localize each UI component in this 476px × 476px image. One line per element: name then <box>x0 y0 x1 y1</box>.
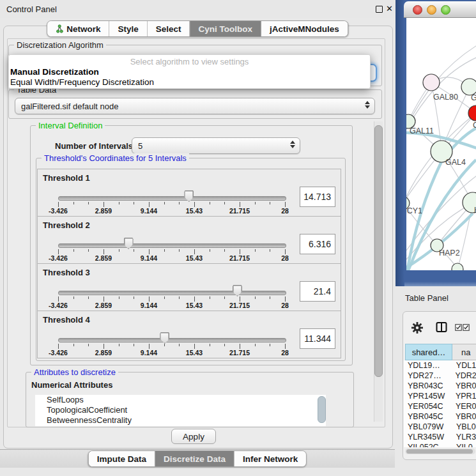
slider-track[interactable] <box>58 196 286 201</box>
tab-jactivemnodules[interactable]: jActiveMNodules <box>261 21 348 36</box>
list-item-topologicalcoefficient[interactable]: TopologicalCoefficient <box>35 405 326 415</box>
settings-scrollbar-thumb[interactable] <box>374 125 383 377</box>
tab-cyni-toolbox[interactable]: Cyni Toolbox <box>190 21 262 36</box>
cell-name: YBR0 <box>450 411 476 422</box>
table-row[interactable]: YBL079WYBL0 <box>404 422 476 432</box>
slider-track[interactable] <box>58 291 286 295</box>
apply-button[interactable]: Apply <box>171 429 216 444</box>
table-hscrollbar-thumb[interactable] <box>406 449 473 454</box>
threshold-row: Threshold 2-3.4262.8599.14415.4321.71528… <box>37 216 341 264</box>
network-canvas[interactable]: GAL80GACGAL11GAL4GCY1HHAP2 <box>406 18 476 270</box>
tick-mark <box>179 344 180 346</box>
table-row[interactable]: YDL19…YDL1 <box>404 360 476 371</box>
tick-mark <box>255 296 256 299</box>
table-row[interactable]: YBR045CYBR0 <box>404 411 476 422</box>
node-unlabeled[interactable] <box>452 263 463 270</box>
tab-label: Cyni Toolbox <box>199 24 253 34</box>
tick-label: 28 <box>281 207 289 215</box>
threshold-value-field[interactable]: 14.713 <box>300 187 335 207</box>
cell-shared-name: YDL19… <box>404 360 451 371</box>
zoom-traffic-light[interactable] <box>441 5 450 15</box>
tick-label: 15.43 <box>186 349 203 357</box>
tick-mark <box>285 344 286 349</box>
tick-mark <box>270 344 270 346</box>
close-icon[interactable]: ✕ <box>386 4 393 13</box>
dropdown-option-manual-discretization[interactable]: Manual Discretization <box>10 67 99 77</box>
tick-mark <box>58 249 59 254</box>
tick-mark <box>240 249 240 254</box>
table-row[interactable]: YDR27…YDR2 <box>404 371 476 381</box>
tab-label: Impute Data <box>97 454 146 464</box>
tick-mark <box>149 249 150 254</box>
tick-label: -3.426 <box>49 349 68 357</box>
threshold-value-field[interactable]: 6.316 <box>300 234 335 254</box>
tick-mark <box>73 249 74 252</box>
tick-mark <box>164 249 165 252</box>
tab-select[interactable]: Select <box>148 21 190 36</box>
minimize-traffic-light[interactable] <box>427 5 436 15</box>
tick-mark <box>194 202 195 207</box>
numerical-attributes-list[interactable]: SelfLoopsTopologicalCoefficientBetweenne… <box>35 395 326 426</box>
threshold-label: Threshold 1 <box>43 173 90 183</box>
tab-discretize-data[interactable]: Discretize Data <box>155 451 234 466</box>
tab-network[interactable]: Network <box>47 21 109 36</box>
table-row[interactable]: YLR345WYLR3 <box>404 432 476 442</box>
tick-mark <box>104 249 104 254</box>
node-GAL80[interactable] <box>423 74 440 91</box>
checkbox-checked-icon[interactable] <box>455 324 462 331</box>
tab-style[interactable]: Style <box>109 21 147 36</box>
num-intervals-combobox[interactable]: 5 <box>132 137 300 154</box>
dropdown-option-equal-width-frequency-discretization[interactable]: Equal Width/Frequency Discretization <box>10 77 154 87</box>
list-item-selfloops[interactable]: SelfLoops <box>35 395 326 405</box>
tick-mark <box>88 202 89 204</box>
tab-impute-data[interactable]: Impute Data <box>89 451 155 466</box>
tab-infer-network[interactable]: Infer Network <box>234 451 306 466</box>
tick-mark <box>224 202 225 204</box>
tick-mark <box>179 202 180 204</box>
cyni-bottom-tabs: Impute DataDiscretize DataInfer Network <box>88 450 307 467</box>
tab-label: Style <box>118 24 138 34</box>
list-item-betweennesscentrality[interactable]: BetweennessCentrality <box>35 415 326 426</box>
tick-mark <box>88 249 89 252</box>
tick-mark <box>210 344 210 346</box>
close-traffic-light[interactable] <box>413 5 422 15</box>
checkbox-checked-icon[interactable] <box>463 324 470 331</box>
tab-label: Network <box>66 24 100 34</box>
table-rows: YDL19…YDL1YDR27…YDR2YBR043CYBR0YPR145WYP… <box>404 360 476 447</box>
tick-mark <box>164 296 165 299</box>
tick-label: -3.426 <box>49 254 68 262</box>
tick-mark <box>88 344 89 346</box>
tick-mark <box>240 296 240 302</box>
tick-mark <box>119 249 119 252</box>
split-columns-icon[interactable] <box>436 321 447 333</box>
table-data-combobox[interactable]: galFiltered.sif default node <box>15 98 375 114</box>
slider-track[interactable] <box>58 338 286 342</box>
cell-shared-name: YLR345W <box>404 432 451 442</box>
num-intervals-label: Number of Intervals <box>55 141 133 151</box>
cell-name: YDR2 <box>450 371 476 381</box>
table-row[interactable]: YER054CYER0 <box>404 401 476 411</box>
network-window-frame <box>395 0 404 286</box>
tick-mark <box>194 344 195 349</box>
group-legend: Threshold's Coordinates for 5 Intervals <box>42 153 189 163</box>
attributes-list-scrollbar[interactable] <box>318 396 326 423</box>
table-row[interactable]: YBR043CYBR0 <box>404 381 476 391</box>
table-row[interactable]: YPR145WYPR1 <box>404 391 476 401</box>
threshold-label: Threshold 2 <box>43 220 90 230</box>
tick-label: 2.859 <box>95 254 112 262</box>
float-window-icon[interactable] <box>376 6 383 13</box>
column-header-shared-name[interactable]: shared… <box>405 344 452 360</box>
slider-track[interactable] <box>58 243 286 248</box>
tick-mark <box>285 249 286 254</box>
threshold-value-field[interactable]: 11.344 <box>300 328 335 349</box>
table-row[interactable]: YIL052CYIL0 <box>404 442 476 447</box>
table-panel-title: Table Panel <box>405 293 449 303</box>
tick-mark <box>210 296 210 299</box>
column-header-name[interactable]: na <box>452 344 476 360</box>
tick-mark <box>58 296 59 302</box>
stepper-icon <box>365 101 370 109</box>
threshold-value-field[interactable]: 21.4 <box>300 281 335 302</box>
dropdown-placeholder: Select algorithm to view settings <box>9 57 370 66</box>
tick-mark <box>179 296 180 299</box>
gear-icon[interactable] <box>411 321 424 334</box>
